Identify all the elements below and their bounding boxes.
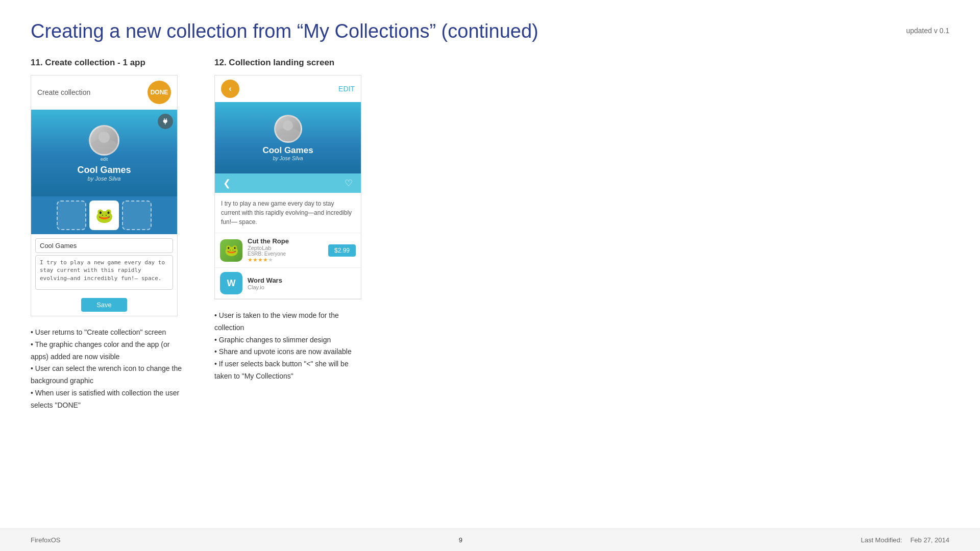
- apps-row: 🐸: [31, 196, 177, 234]
- page-title: Creating a new collection from “My Colle…: [31, 20, 949, 42]
- app-slot-empty-2: [122, 201, 152, 230]
- done-button[interactable]: DONE: [148, 81, 171, 104]
- hero-banner-view: Cool Games by Jose Silva: [215, 102, 361, 173]
- footer-meta: Last Modified: Feb 27, 2014: [861, 536, 949, 544]
- collection-name-input[interactable]: [35, 238, 173, 253]
- screen12-title: 12. Collection landing screen: [214, 58, 368, 68]
- main-content: Creating a new collection from “My Colle…: [0, 0, 980, 412]
- edit-link[interactable]: EDIT: [338, 85, 355, 93]
- hero-subtitle-view: by Jose Silva: [273, 156, 303, 161]
- screen12-section: 12. Collection landing screen ‹ EDIT Coo…: [214, 58, 368, 412]
- screens-container: 11. Create collection - 1 app Create col…: [31, 58, 949, 412]
- screen11-section: 11. Create collection - 1 app Create col…: [31, 58, 184, 412]
- footer-brand: FirefoxOS: [31, 536, 61, 544]
- word-wars-icon: W: [220, 272, 242, 294]
- hero-subtitle-edit: by Jose Silva: [88, 176, 121, 182]
- collection-top-bar: ‹ EDIT: [215, 76, 361, 102]
- save-button[interactable]: Save: [81, 298, 127, 312]
- app-name-1: Cut the Rope: [248, 237, 323, 245]
- back-button[interactable]: ‹: [221, 80, 239, 98]
- collection-desc-input[interactable]: I try to play a new game every day to st…: [35, 255, 173, 290]
- collection-description: I try to play a new game every day to st…: [215, 193, 361, 233]
- app-list-item-1: 🐸 Cut the Rope ZeptoLab ESRB: Everyone ★…: [215, 233, 361, 268]
- app-dev-1: ZeptoLab: [248, 245, 323, 251]
- page-footer: FirefoxOS 9 Last Modified: Feb 27, 2014: [0, 529, 980, 551]
- hero-title-view: Cool Games: [262, 145, 313, 156]
- screen11-note-3: • User can select the wrench icon to cha…: [31, 363, 184, 387]
- save-btn-area: Save: [31, 296, 177, 316]
- heart-icon[interactable]: ♡: [345, 178, 353, 189]
- app-dev-2: Clay.io: [248, 284, 356, 290]
- create-collection-label: Create collection: [37, 88, 90, 96]
- screen11-notes: • User returns to "Create collection" sc…: [31, 327, 184, 412]
- app-rating-1: ★★★★★: [248, 257, 323, 263]
- hero-avatar-edit: [89, 125, 119, 156]
- version-label: updated v 0.1: [906, 27, 949, 35]
- screen11-note-2: • The graphic changes color and the app …: [31, 339, 184, 363]
- screen12-note-1: • User is taken to the view mode for the…: [214, 310, 368, 334]
- screen11-note-1: • User returns to "Create collection" sc…: [31, 327, 184, 339]
- app-esrb-1: ESRB: Everyone: [248, 251, 323, 257]
- footer-last-modified-label: Last Modified:: [861, 536, 902, 544]
- screen12-note-4: • If user selects back button "<" she wi…: [214, 358, 368, 383]
- screen12-note-3: • Share and upvote icons are now availab…: [214, 346, 368, 358]
- screen11-note-4: • When user is satisfied with collection…: [31, 387, 184, 412]
- wrench-icon-btn[interactable]: [158, 114, 173, 129]
- cut-the-rope-icon: 🐸: [220, 239, 242, 262]
- app-info-2: Word Wars Clay.io: [248, 277, 356, 290]
- share-icon[interactable]: ❮: [223, 178, 231, 189]
- footer-page-number: 9: [459, 536, 462, 544]
- app-name-2: Word Wars: [248, 277, 356, 284]
- buy-btn-1[interactable]: $2.99: [328, 244, 356, 257]
- footer-last-modified-date: Feb 27, 2014: [910, 536, 949, 544]
- screen12-note-2: • Graphic changes to slimmer design: [214, 334, 368, 346]
- screen11-title: 11. Create collection - 1 app: [31, 58, 184, 68]
- create-collection-header: Create collection DONE: [31, 76, 177, 110]
- app-info-1: Cut the Rope ZeptoLab ESRB: Everyone ★★★…: [248, 237, 323, 263]
- app-slot-filled: 🐸: [89, 201, 119, 230]
- screen11-mockup: Create collection DONE edit Cool Games b…: [31, 75, 178, 316]
- screen12-mockup: ‹ EDIT Cool Games by Jose Silva ❮ ♡ I tr…: [214, 75, 361, 299]
- hero-banner-edit: edit Cool Games by Jose Silva: [31, 110, 177, 196]
- app-list-item-2: W Word Wars Clay.io: [215, 268, 361, 299]
- action-bar: ❮ ♡: [215, 173, 361, 193]
- edit-label: edit: [101, 157, 108, 162]
- hero-title-edit: Cool Games: [77, 165, 131, 176]
- screen12-notes: • User is taken to the view mode for the…: [214, 310, 368, 383]
- hero-avatar-view: [274, 115, 302, 143]
- app-slot-empty-1: [57, 201, 86, 230]
